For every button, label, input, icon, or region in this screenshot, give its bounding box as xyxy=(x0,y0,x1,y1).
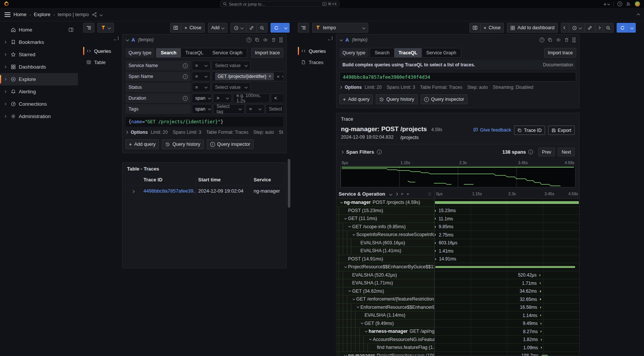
span-bar[interactable] xyxy=(541,331,541,332)
grafana-logo[interactable] xyxy=(4,1,9,7)
span-row[interactable]: GET (9.49ms)9.49ms xyxy=(336,320,579,328)
info-icon[interactable]: i xyxy=(183,74,188,79)
run-query-interval-chevron-right[interactable] xyxy=(628,23,636,33)
datasource-picker-right[interactable]: tempo xyxy=(312,23,368,33)
query-help-icon[interactable]: ? xyxy=(247,37,251,42)
span-bar[interactable] xyxy=(435,250,436,252)
sidebar-item-connections[interactable]: Connections xyxy=(0,98,78,110)
breadcrumb-actions-chevron[interactable] xyxy=(100,13,103,16)
sidebar-item-alerting[interactable]: Alerting xyxy=(0,85,78,98)
info-icon[interactable]: i xyxy=(183,96,188,101)
expand-chevron-icon[interactable] xyxy=(2,41,7,43)
add-to-dashboard-button[interactable]: Add to dashboard xyxy=(507,23,558,33)
close-pane-button-left[interactable]: ×Close xyxy=(181,23,205,33)
search-input[interactable]: Search or jump to... ⌘+k xyxy=(220,1,339,7)
close-pane-button-right[interactable]: ×Close xyxy=(481,23,504,33)
span-collapse-icon[interactable] xyxy=(343,355,348,356)
share-icon[interactable] xyxy=(92,12,97,17)
import-trace-button-right[interactable]: Import trace xyxy=(544,48,576,58)
panel-title[interactable]: Table - Traces xyxy=(123,163,286,174)
span-filters-label[interactable]: Span Filters xyxy=(346,149,374,155)
collapse-topbar-icon[interactable] xyxy=(637,12,640,17)
status-operator-select[interactable]: = xyxy=(192,82,211,92)
tab-service-graph[interactable]: Service Graph xyxy=(422,48,461,57)
zoom-out-button-right[interactable] xyxy=(603,23,614,33)
span-bar[interactable] xyxy=(435,234,436,236)
zoom-out-button-left[interactable] xyxy=(257,23,267,33)
column-resize-handle[interactable]: || xyxy=(429,192,432,196)
prev-span-button[interactable]: Prev xyxy=(538,148,555,156)
give-feedback-link[interactable]: Give feedback xyxy=(473,127,511,133)
span-name-chip[interactable]: GET /projects/{identifier}× xyxy=(215,73,274,80)
query-inspector-button-left[interactable]: iQuery inspector xyxy=(207,139,254,149)
pane-nav-queries[interactable]: Queries xyxy=(298,45,335,57)
tab-search[interactable]: Search xyxy=(156,48,181,57)
status-value-select[interactable]: Select value xyxy=(212,82,251,92)
span-row[interactable]: GET /scope-info (9.85ms)9.85ms xyxy=(336,223,579,231)
column-header-service[interactable]: Service xyxy=(251,174,284,185)
tab-traceql[interactable]: TraceQL xyxy=(394,48,422,57)
time-picker-right[interactable] xyxy=(569,23,585,33)
collapse-panel-nav-icon[interactable]: ← xyxy=(83,35,121,45)
run-query-interval-chevron-left[interactable] xyxy=(282,23,290,33)
span-bar[interactable] xyxy=(435,258,436,260)
drag-query-handle-icon[interactable] xyxy=(572,37,574,39)
expand-chevron-icon[interactable] xyxy=(2,78,7,80)
sidebar-item-explore[interactable]: Explore xyxy=(0,73,78,85)
pane-nav-table[interactable]: Table xyxy=(83,57,121,68)
span-row[interactable]: find harness.featureFlag (1.09ms)1.09ms xyxy=(336,344,579,352)
collapse-all-icon[interactable]: » xyxy=(400,193,404,195)
span-collapse-icon[interactable] xyxy=(351,299,356,300)
query-inspector-button-right[interactable]: iQuery inspector xyxy=(421,94,468,104)
service-name-operator-select[interactable]: = xyxy=(192,61,211,70)
expand-chevron-icon[interactable] xyxy=(2,103,7,105)
service-name-value-select[interactable]: Select value xyxy=(212,61,251,70)
expand-all-icon[interactable]: » xyxy=(406,192,409,196)
scrollbar-thumb[interactable] xyxy=(288,159,290,208)
run-query-button-left[interactable] xyxy=(270,23,282,33)
export-button[interactable]: Export xyxy=(548,126,575,135)
query-history-button-right[interactable]: Query history xyxy=(376,94,417,104)
import-trace-button-left[interactable]: Import trace xyxy=(251,48,283,58)
trace-panel-title[interactable]: Trace xyxy=(336,113,579,123)
expand-chevron-icon[interactable] xyxy=(2,66,7,68)
pane-nav-traces[interactable]: Traces xyxy=(298,57,335,68)
span-row[interactable]: EnforcementResource$$EnhancerByGuice$$..… xyxy=(336,304,579,312)
split-pane-button[interactable] xyxy=(469,23,481,33)
duration-min-input[interactable]: e.g. 100ms, 1.2s xyxy=(233,93,270,103)
query-options-row-right[interactable]: Options Limit: 20 Spans Limit: 3 Table F… xyxy=(339,85,576,90)
time-picker-left[interactable] xyxy=(230,23,247,33)
tags-value-select[interactable]: Select value xyxy=(266,104,283,114)
trace-minimap[interactable]: 0μs1.15s2.3s3.45s4.59s xyxy=(340,160,575,187)
span-bar[interactable] xyxy=(540,298,541,300)
duplicate-query-icon[interactable] xyxy=(548,37,553,42)
trace-id-button[interactable]: Trace ID xyxy=(514,126,545,135)
duration-scope-select[interactable]: span xyxy=(192,93,212,103)
span-bar[interactable] xyxy=(539,274,540,276)
run-query-button-right[interactable] xyxy=(617,23,628,33)
span-collapse-icon[interactable] xyxy=(363,331,369,332)
next-span-button[interactable]: Next xyxy=(558,148,575,156)
span-row[interactable]: harness-managerGET /api/ng/account8.27ms xyxy=(336,328,579,336)
avatar[interactable] xyxy=(635,1,640,7)
sidebar-item-starred[interactable]: Starred xyxy=(0,48,78,61)
span-row[interactable]: EVALSHA (520.42μs)520.42μs xyxy=(336,271,579,280)
tab-traceql[interactable]: TraceQL xyxy=(181,48,208,57)
time-back-button[interactable] xyxy=(561,23,569,33)
expand-one-icon[interactable] xyxy=(395,192,398,195)
add-query-button-right[interactable]: +Add query xyxy=(339,94,373,104)
remove-chip-icon[interactable]: × xyxy=(269,74,271,79)
expand-chevron-icon[interactable] xyxy=(2,91,7,93)
tags-operator-select[interactable]: = xyxy=(246,104,264,114)
query-row-header-right[interactable]: A (tempo) ? xyxy=(336,34,579,45)
pane-nav-queries[interactable]: Queries xyxy=(83,45,121,57)
span-bar[interactable] xyxy=(540,307,541,308)
drag-query-handle-icon[interactable] xyxy=(279,37,281,39)
info-icon[interactable]: i xyxy=(183,63,188,68)
sidebar-item-dashboards[interactable]: Dashboards xyxy=(0,61,78,73)
documentation-link[interactable]: Documentation xyxy=(543,62,573,67)
tab-service-graph[interactable]: Service Graph xyxy=(208,48,247,57)
query-collapse-chevron[interactable] xyxy=(126,38,129,41)
span-collapse-icon[interactable] xyxy=(351,234,356,235)
hide-query-icon[interactable] xyxy=(556,37,561,42)
